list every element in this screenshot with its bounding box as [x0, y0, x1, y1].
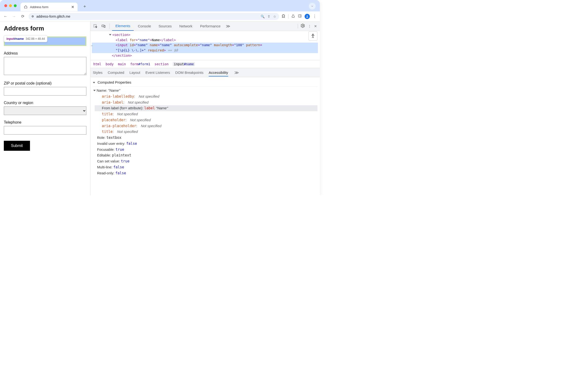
svg-rect-6: [104, 25, 105, 27]
from-label-row: From label (for= attribute): label "Name…: [95, 105, 317, 111]
maximize-window-icon[interactable]: [14, 4, 17, 7]
address-label: Address: [4, 51, 86, 56]
url-text: address-form.glitch.me: [36, 14, 70, 18]
devtools-tab-performance[interactable]: Performance: [197, 22, 224, 31]
close-devtools-icon[interactable]: ✕: [314, 24, 317, 28]
address-bar[interactable]: ⚙ address-form.glitch.me 🔍 ⇧ ☆: [29, 13, 279, 20]
breadcrumb-item[interactable]: main: [118, 62, 126, 66]
content-area: Address form input#name 342.88 × 48.44 A…: [0, 22, 320, 195]
reload-button[interactable]: ⟳: [19, 13, 26, 20]
breadcrumb-item[interactable]: section: [154, 62, 169, 66]
back-button[interactable]: ←: [2, 13, 9, 20]
zip-label: ZIP or postal code (optional): [4, 81, 86, 85]
divider: [298, 24, 298, 28]
extensions-icon[interactable]: [282, 14, 285, 19]
styles-subtabs: StylesComputedLayoutEvent ListenersDOM B…: [90, 68, 320, 77]
computed-properties-header[interactable]: Computed Properties: [93, 79, 317, 87]
telephone-label: Telephone: [4, 120, 86, 125]
devtools-tab-elements[interactable]: Elements: [112, 22, 134, 31]
more-icon[interactable]: ⋮: [308, 24, 311, 28]
devtools: ElementsConsoleSourcesNetworkPerformance…: [90, 22, 320, 195]
rendered-page: Address form input#name 342.88 × 48.44 A…: [0, 22, 90, 195]
breadcrumb-item[interactable]: form#form1: [130, 62, 150, 66]
device-toggle-icon[interactable]: [100, 23, 107, 30]
acc-role-row: Can set value: true: [97, 158, 317, 164]
forward-button[interactable]: →: [11, 13, 18, 20]
acc-role-row: Editable: plaintext: [97, 153, 317, 158]
name-row: Name: "Name": [97, 88, 317, 94]
telephone-input[interactable]: [4, 126, 86, 135]
acc-role-row: Focusable: true: [97, 147, 317, 153]
dom-breadcrumb[interactable]: htmlbodymainform#form1sectioninput#name: [90, 60, 320, 68]
tabs-overflow-icon[interactable]: ≫: [226, 24, 230, 29]
settings-icon[interactable]: [301, 24, 305, 29]
line-menu-icon[interactable]: ⋯: [91, 44, 92, 48]
country-select[interactable]: [4, 106, 86, 115]
country-label: Country or region: [4, 101, 86, 105]
acc-role-row: Read-only: false: [97, 170, 317, 176]
devtools-tabs: ElementsConsoleSourcesNetworkPerformance…: [90, 22, 320, 31]
site-settings-icon[interactable]: ⚙: [31, 15, 34, 18]
new-tab-button[interactable]: ＋: [81, 3, 88, 10]
svg-point-2: [307, 15, 308, 16]
acc-role-row: Multi-line: false: [97, 164, 317, 170]
svg-rect-0: [298, 14, 301, 17]
tab-favicon-icon: [24, 5, 28, 9]
devtools-tab-console[interactable]: Console: [135, 22, 154, 31]
tab-close-icon[interactable]: ✕: [71, 5, 74, 9]
svg-rect-5: [102, 25, 104, 27]
titlebar: Address form ✕ ＋: [0, 0, 320, 12]
zip-input[interactable]: [4, 87, 86, 95]
toolbar: ← → ⟳ ⚙ address-form.glitch.me 🔍 ⇧ ☆: [0, 12, 320, 22]
zoom-icon[interactable]: 🔍: [260, 14, 265, 18]
subtab-accessibility[interactable]: Accessibility: [209, 71, 228, 76]
acc-role-row: Role: textbox: [97, 135, 317, 141]
devtools-tab-network[interactable]: Network: [176, 22, 196, 31]
acc-prop-row: title: Not specified: [97, 111, 317, 117]
acc-prop-row: placeholder: Not specified: [97, 117, 317, 123]
page-title: Address form: [4, 25, 86, 32]
breadcrumb-item[interactable]: input#name: [173, 62, 195, 66]
minimize-window-icon[interactable]: [9, 4, 12, 7]
acc-prop-row: aria-labelledby: Not specified: [97, 94, 317, 100]
subtab-layout[interactable]: Layout: [129, 71, 140, 74]
close-window-icon[interactable]: [4, 4, 7, 7]
subtab-computed[interactable]: Computed: [108, 71, 124, 74]
share-icon[interactable]: ⇧: [268, 14, 270, 18]
divider: [288, 14, 288, 19]
inspector-tooltip: input#name 342.88 × 48.44: [4, 35, 47, 42]
breadcrumb-item[interactable]: body: [106, 62, 114, 66]
divider: [110, 24, 110, 29]
devtools-tab-sources[interactable]: Sources: [155, 22, 175, 31]
accessibility-panel: Computed Properties Name: "Name" aria-la…: [90, 77, 320, 177]
address-textarea[interactable]: [4, 57, 86, 75]
bookmark-icon[interactable]: ☆: [273, 14, 276, 18]
svg-point-7: [303, 25, 304, 26]
subtab-event-listeners[interactable]: Event Listeners: [145, 71, 170, 74]
subtabs-overflow-icon[interactable]: ≫: [234, 70, 239, 75]
svg-point-3: [312, 34, 313, 35]
tab-overflow-button[interactable]: [309, 3, 316, 10]
browser-tab[interactable]: Address form ✕: [21, 3, 78, 11]
sidepanel-icon[interactable]: [298, 14, 302, 19]
tab-title: Address form: [30, 5, 48, 9]
labs-icon[interactable]: [291, 14, 295, 19]
selected-dom-node[interactable]: ⋯ <input id="name" name="name" autocompl…: [92, 43, 318, 53]
acc-prop-row: aria-label: Not specified: [97, 100, 317, 106]
inspect-icon[interactable]: [92, 23, 99, 30]
window-controls: [4, 4, 17, 7]
subtab-dom-breakpoints[interactable]: DOM Breakpoints: [175, 71, 204, 74]
accessibility-float-icon[interactable]: [308, 31, 317, 40]
acc-prop-row: aria-placeholder: Not specified: [97, 123, 317, 129]
subtab-styles[interactable]: Styles: [93, 71, 102, 74]
breadcrumb-item[interactable]: html: [93, 62, 101, 66]
menu-icon[interactable]: ⋮: [313, 14, 317, 19]
acc-role-row: Invalid user entry: false: [97, 141, 317, 147]
dom-tree[interactable]: <section> <label for="name">Name</label>…: [90, 31, 320, 60]
browser-window: Address form ✕ ＋ ← → ⟳ ⚙ address-form.gl…: [0, 0, 320, 195]
acc-prop-row: title: Not specified: [97, 129, 317, 135]
submit-button[interactable]: Submit: [4, 141, 30, 151]
profile-avatar[interactable]: [305, 14, 310, 19]
